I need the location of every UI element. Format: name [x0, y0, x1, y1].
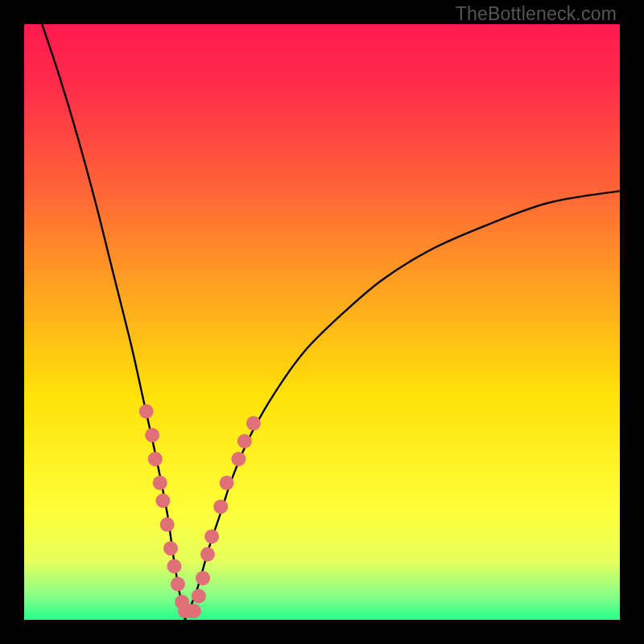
data-dot: [167, 559, 181, 573]
data-dot: [213, 499, 228, 514]
data-dot: [246, 416, 261, 431]
data-dot: [148, 452, 163, 466]
data-dot: [192, 588, 206, 603]
chart-canvas: [24, 24, 620, 620]
data-dot: [200, 547, 215, 562]
gradient-background: [24, 24, 620, 620]
data-dot: [155, 493, 170, 508]
outer-frame: TheBottleneck.com: [0, 0, 644, 644]
data-dot: [196, 571, 210, 585]
data-dot: [163, 541, 178, 555]
plot-area: [24, 24, 620, 620]
data-dot: [187, 604, 201, 618]
data-dot: [220, 476, 234, 490]
data-dot: [153, 476, 167, 490]
data-dot: [160, 518, 175, 532]
data-dot: [139, 404, 154, 419]
data-dot: [231, 452, 246, 466]
data-dot: [204, 529, 219, 543]
watermark-text: TheBottleneck.com: [456, 3, 617, 25]
data-dot: [237, 434, 252, 448]
data-dot: [145, 428, 159, 443]
data-dot: [171, 577, 185, 592]
